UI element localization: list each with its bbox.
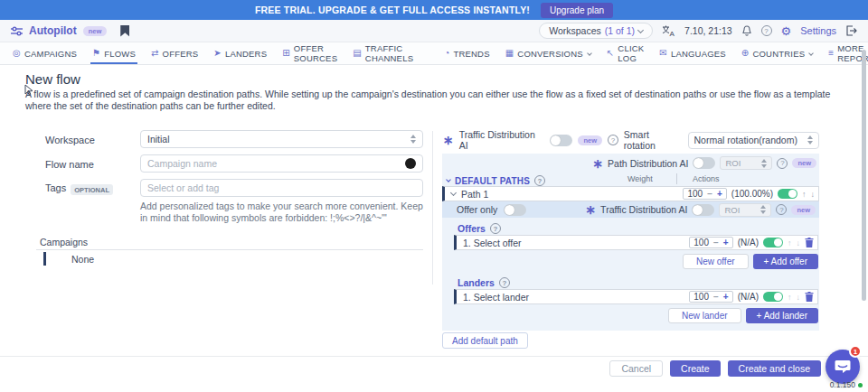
path-ai-help-icon[interactable] (777, 158, 788, 169)
translate-icon[interactable]: A (662, 25, 675, 36)
smart-rotation-help-icon[interactable] (608, 135, 618, 145)
new-badge: new (792, 158, 816, 168)
move-up-icon[interactable]: ↑ (788, 238, 792, 247)
chevron-down-icon[interactable] (450, 190, 457, 196)
offer-name: 1. Select offer (463, 238, 522, 248)
offers-help-icon[interactable] (490, 223, 501, 234)
settings-link[interactable]: Settings (800, 25, 836, 36)
nav-traffic-channels[interactable]: ▤TRAFFIC CHANNELS (353, 42, 413, 64)
path-weight-input[interactable]: 100 − + (683, 188, 726, 200)
path-percent: (100.00%) (731, 189, 773, 199)
stepper-icon (761, 159, 767, 168)
move-down-icon[interactable]: ↓ (797, 238, 801, 247)
new-lander-button[interactable]: New lander (668, 308, 741, 323)
traffic-ai-help-icon[interactable] (776, 204, 787, 215)
notifications-bell-icon[interactable] (741, 25, 752, 37)
workspaces-dropdown[interactable]: Workspaces (1 of 1) (539, 23, 653, 39)
bookmark-icon[interactable] (120, 25, 129, 37)
move-down-icon[interactable]: ↓ (797, 293, 801, 302)
globe-icon: ⊕ (741, 49, 750, 58)
tags-hint: Add personalized tags to make your searc… (140, 201, 428, 224)
landers-help-icon[interactable] (499, 277, 510, 288)
autopilot-link[interactable]: Autopilot (29, 24, 77, 37)
default-paths-toggle[interactable]: DEFAULT PATHS (447, 175, 545, 186)
weight-plus-button[interactable]: + (717, 189, 722, 199)
default-paths-help-icon[interactable] (534, 175, 545, 186)
path-ai-toggle[interactable] (693, 157, 715, 169)
tags-input[interactable] (147, 182, 416, 193)
lander-row: 1. Select lander 100 − + (N/A) ↑ ↓ (454, 289, 818, 304)
nav-offers[interactable]: ⇄OFFERS (151, 42, 198, 64)
footer-divider (0, 356, 868, 357)
weight-minus-button[interactable]: − (707, 189, 712, 199)
clock-icon: ◔ (444, 49, 449, 58)
nav-landers[interactable]: ➤LANDERS (213, 42, 267, 64)
upgrade-plan-button[interactable]: Upgrade plan (541, 3, 613, 18)
add-default-path-button[interactable]: Add default path (442, 332, 528, 349)
move-up-icon[interactable]: ↑ (802, 190, 807, 199)
lander-weight-input[interactable]: 100 − + (689, 291, 732, 303)
logout-icon[interactable] (845, 25, 857, 36)
traffic-ai-label: Traffic Distribution AI (459, 129, 545, 151)
gear-icon[interactable]: ⚙ (781, 24, 792, 38)
weight-plus-button[interactable]: + (723, 238, 729, 247)
add-lander-button[interactable]: + Add lander (746, 308, 818, 323)
create-and-close-button[interactable]: Create and close (728, 360, 821, 377)
nav-flows[interactable]: ⚑FLOWS (92, 42, 136, 64)
campaigns-label: Campaigns (40, 237, 88, 247)
path-traffic-ai-toggle[interactable] (692, 204, 714, 216)
chevron-down-icon (446, 177, 451, 182)
weight-column-header: Weight (627, 174, 653, 183)
path-ai-metric-select[interactable]: ROI (720, 156, 772, 170)
offer-enabled-toggle[interactable] (763, 238, 783, 247)
ai-icon: ∗ (443, 134, 454, 146)
offer-stat: (N/A) (738, 238, 759, 247)
page-title: New flow (25, 71, 80, 87)
nav-campaigns[interactable]: ◎CAMPAIGNS (13, 42, 77, 64)
help-icon[interactable] (761, 25, 772, 36)
landers-title: Landers (458, 277, 510, 288)
weight-minus-button[interactable]: − (713, 238, 719, 247)
weight-minus-button[interactable]: − (713, 292, 719, 302)
flow-name-field-wrap (140, 154, 423, 173)
nav-label: LANGUAGES (671, 49, 726, 59)
scrollbar-thumb[interactable] (862, 50, 866, 301)
card-icon: ▤ (353, 49, 362, 58)
traffic-ai-toggle[interactable] (550, 135, 572, 146)
trash-icon[interactable] (805, 238, 814, 247)
path-ai-label: Path Distribution AI (608, 158, 688, 169)
sitemap-icon: ⊞ (282, 49, 290, 58)
move-up-icon[interactable]: ↑ (788, 293, 792, 302)
nav-click-log[interactable]: ↖CLICK LOG (607, 42, 645, 64)
traffic-ai-label: Traffic Distribution AI (600, 204, 687, 215)
nav-offer-sources[interactable]: ⊞OFFER SOURCES (282, 42, 337, 64)
offer-only-toggle[interactable] (504, 204, 526, 216)
nav-conversions[interactable]: ▦CONVERSIONS (505, 42, 591, 64)
table-icon: ▦ (505, 49, 514, 58)
offers-title: Offers (458, 223, 501, 234)
add-offer-button[interactable]: + Add offer (753, 254, 818, 269)
rotation-select[interactable]: Normal rotation(random) (688, 132, 819, 149)
create-button[interactable]: Create (670, 360, 721, 377)
new-badge: new (578, 135, 602, 145)
lander-enabled-toggle[interactable] (763, 292, 783, 302)
path-enabled-toggle[interactable] (778, 189, 797, 199)
path-row: Path 1 100 − + (100.00%) ↑ ↓ (442, 186, 819, 201)
trash-icon[interactable] (805, 292, 814, 302)
nav-trends[interactable]: ◔TRENDS (444, 42, 490, 64)
nav-languages[interactable]: ✉LANGUAGES (659, 42, 726, 64)
list-icon: ≡ (828, 49, 834, 58)
workspace-select[interactable]: Initial (140, 130, 423, 148)
version-number: 0.1.150 (830, 380, 855, 389)
path-traffic-ai-metric-select[interactable]: ROI (719, 203, 771, 217)
divider (676, 173, 677, 184)
flow-color-dot[interactable] (405, 158, 416, 169)
autopilot-new-badge: new (83, 26, 108, 36)
nav-countries[interactable]: ⊕COUNTRIES (741, 42, 813, 64)
new-offer-button[interactable]: New offer (683, 254, 749, 269)
flow-name-input[interactable] (147, 158, 405, 169)
offer-weight-input[interactable]: 100 − + (689, 237, 732, 248)
cancel-button[interactable]: Cancel (609, 360, 663, 377)
weight-plus-button[interactable]: + (723, 292, 729, 302)
move-down-icon[interactable]: ↓ (811, 190, 816, 199)
